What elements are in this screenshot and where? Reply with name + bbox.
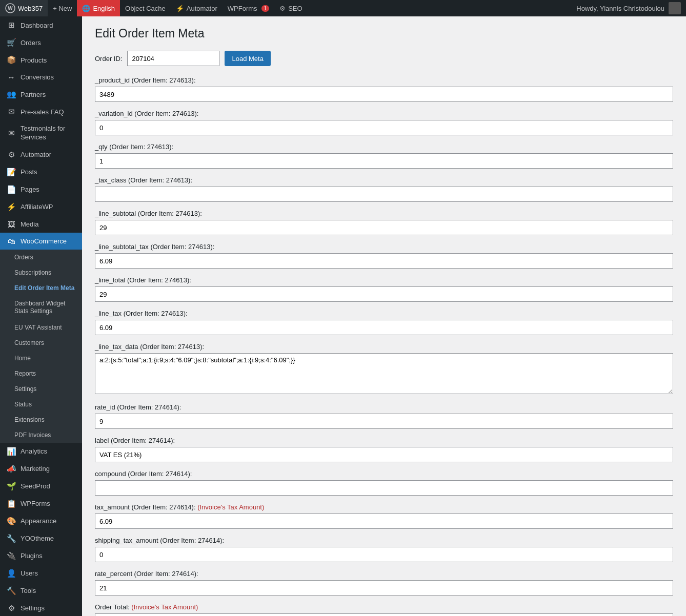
page-title: Edit Order Item Meta xyxy=(95,27,673,40)
field-input-rate-id[interactable] xyxy=(95,414,673,429)
field-input-label[interactable] xyxy=(95,447,673,462)
admin-bar-site[interactable]: W Web357 xyxy=(0,0,48,16)
wp-logo-icon: W xyxy=(5,3,15,13)
field-input-order-total[interactable] xyxy=(95,613,673,616)
sidebar-item-plugins[interactable]: 🔌 Plugins xyxy=(0,547,82,565)
sidebar-item-yootheme[interactable]: 🔧 YOOtheme xyxy=(0,530,82,547)
admin-bar-wpforms[interactable]: WPForms 1 xyxy=(223,0,274,16)
field-label-line-total: _line_total (Order Item: 274613): xyxy=(95,276,673,284)
sidebar-item-seedprod[interactable]: 🌱 SeedProd xyxy=(0,478,82,495)
field-input-shipping-tax-amount[interactable] xyxy=(95,547,673,562)
sidebar-item-media[interactable]: 🖼 Media xyxy=(0,216,82,233)
woocommerce-icon: 🛍 xyxy=(6,237,16,245)
dashboard-icon: ⊞ xyxy=(6,20,16,30)
field-label-line-subtotal-tax: _line_subtotal_tax (Order Item: 274613): xyxy=(95,243,673,251)
sidebar-item-appearance[interactable]: 🎨 Appearance xyxy=(0,512,82,530)
plugins-icon: 🔌 xyxy=(6,551,16,561)
sidebar-item-testimonials[interactable]: ✉ Testmonials for Services xyxy=(0,120,82,146)
field-group-line-subtotal-tax: _line_subtotal_tax (Order Item: 274613): xyxy=(95,243,673,269)
admin-bar-new[interactable]: + New xyxy=(48,0,77,16)
field-label-compound: compound (Order Item: 274614): xyxy=(95,470,673,478)
submenu-pdf-invoices[interactable]: PDF Invoices xyxy=(0,427,82,443)
submenu-orders[interactable]: Orders xyxy=(0,250,82,265)
field-group-rate-percent: rate_percent (Order Item: 274614): xyxy=(95,570,673,596)
submenu-settings[interactable]: Settings xyxy=(0,381,82,397)
analytics-icon: 📊 xyxy=(6,447,16,456)
admin-bar-seo[interactable]: ⚙ SEO xyxy=(274,0,307,16)
field-group-line-tax: _line_tax (Order Item: 274613): xyxy=(95,310,673,335)
field-input-line-total[interactable] xyxy=(95,286,673,302)
field-input-qty[interactable] xyxy=(95,153,673,169)
sidebar-item-presales-faq[interactable]: ✉ Pre-sales FAQ xyxy=(0,103,82,120)
submenu-reports[interactable]: Reports xyxy=(0,366,82,381)
sidebar-item-orders[interactable]: 🛒 Orders xyxy=(0,34,82,51)
svg-text:W: W xyxy=(8,6,13,11)
sidebar-item-partners[interactable]: 👥 Partners xyxy=(0,86,82,103)
order-id-input[interactable] xyxy=(127,51,219,66)
submenu-status[interactable]: Status xyxy=(0,397,82,412)
submenu-extensions[interactable]: Extensions xyxy=(0,412,82,427)
field-input-line-subtotal[interactable] xyxy=(95,220,673,235)
field-group-compound: compound (Order Item: 274614): xyxy=(95,470,673,496)
field-group-tax-amount: tax_amount (Order Item: 274614): (Invoic… xyxy=(95,503,673,529)
products-icon: 📦 xyxy=(6,55,16,65)
sidebar-item-dashboard[interactable]: ⊞ Dashboard xyxy=(0,16,82,34)
submenu-edit-order-item-meta[interactable]: Edit Order Item Meta xyxy=(0,280,82,296)
field-label-line-tax: _line_tax (Order Item: 274613): xyxy=(95,310,673,317)
sidebar-item-conversios[interactable]: ↔ Conversios xyxy=(0,69,82,86)
field-group-line-subtotal: _line_subtotal (Order Item: 274613): xyxy=(95,210,673,235)
field-input-tax-amount[interactable] xyxy=(95,514,673,529)
sidebar-item-products[interactable]: 📦 Products xyxy=(0,51,82,69)
testimonials-icon: ✉ xyxy=(6,129,16,138)
automator-sidebar-icon: ⚙ xyxy=(6,150,16,159)
field-group-shipping-tax-amount: shipping_tax_amount (Order Item: 274614)… xyxy=(95,537,673,562)
sidebar-item-affiliatewp[interactable]: ⚡ AffiliateWP xyxy=(0,198,82,216)
field-input-variation-id[interactable] xyxy=(95,120,673,135)
field-textarea-line-tax-data[interactable]: a:2:{s:5:"total";a:1:{i:9;s:4:"6.09";}s:… xyxy=(95,353,673,394)
sidebar-item-automator[interactable]: ⚙ Automator xyxy=(0,146,82,163)
settings-icon: ⚙ xyxy=(6,604,16,613)
submenu-customers[interactable]: Customers xyxy=(0,335,82,351)
field-input-tax-class[interactable] xyxy=(95,187,673,202)
load-meta-button[interactable]: Load Meta xyxy=(225,51,270,66)
admin-bar-automator[interactable]: ⚡ Automator xyxy=(171,0,223,16)
sidebar-item-analytics[interactable]: 📊 Analytics xyxy=(0,443,82,460)
submenu-dashboard-widget[interactable]: Dashboard Widget Stats Settings xyxy=(0,296,82,320)
sidebar-item-settings[interactable]: ⚙ Settings xyxy=(0,600,82,616)
orders-icon: 🛒 xyxy=(6,38,16,47)
admin-bar-object-cache[interactable]: Object Cache xyxy=(120,0,171,16)
avatar xyxy=(669,2,681,14)
field-input-compound[interactable] xyxy=(95,480,673,496)
field-group-label: label (Order Item: 274614): xyxy=(95,437,673,462)
affiliatewp-icon: ⚡ xyxy=(6,202,16,212)
field-label-product-id: _product_id (Order Item: 274613): xyxy=(95,76,673,84)
main-content: Edit Order Item Meta Order ID: Load Meta… xyxy=(82,16,686,616)
field-input-rate-percent[interactable] xyxy=(95,580,673,596)
sidebar-item-marketing[interactable]: 📣 Marketing xyxy=(0,460,82,478)
field-label-tax-class: _tax_class (Order Item: 274613): xyxy=(95,176,673,184)
submenu-home[interactable]: Home xyxy=(0,351,82,366)
sidebar-item-posts[interactable]: 📝 Posts xyxy=(0,163,82,181)
order-total-invoice-note: (Invoice's Tax Amount) xyxy=(131,603,198,611)
appearance-icon: 🎨 xyxy=(6,517,16,526)
sidebar-item-pages[interactable]: 📄 Pages xyxy=(0,181,82,198)
posts-icon: 📝 xyxy=(6,168,16,177)
field-input-line-subtotal-tax[interactable] xyxy=(95,253,673,269)
site-name: Web357 xyxy=(18,5,43,12)
users-icon: 👤 xyxy=(6,569,16,578)
sidebar: ⊞ Dashboard 🛒 Orders 📦 Products ↔ Conver… xyxy=(0,16,82,616)
field-input-product-id[interactable] xyxy=(95,87,673,102)
conversios-icon: ↔ xyxy=(6,73,16,81)
submenu-eu-vat[interactable]: EU VAT Assistant xyxy=(0,320,82,335)
sidebar-item-wpforms[interactable]: 📋 WPForms xyxy=(0,495,82,512)
sidebar-item-users[interactable]: 👤 Users xyxy=(0,565,82,582)
wpforms-sidebar-icon: 📋 xyxy=(6,499,16,508)
yootheme-icon: 🔧 xyxy=(6,534,16,543)
sidebar-item-woocommerce[interactable]: 🛍 WooCommerce xyxy=(0,233,82,250)
field-input-line-tax[interactable] xyxy=(95,320,673,335)
field-group-variation-id: _variation_id (Order Item: 274613): xyxy=(95,110,673,135)
submenu-subscriptions[interactable]: Subscriptions xyxy=(0,265,82,280)
field-group-line-tax-data: _line_tax_data (Order Item: 274613): a:2… xyxy=(95,343,673,396)
admin-bar-english[interactable]: 🌐 English xyxy=(77,0,120,16)
sidebar-item-tools[interactable]: 🔨 Tools xyxy=(0,582,82,600)
